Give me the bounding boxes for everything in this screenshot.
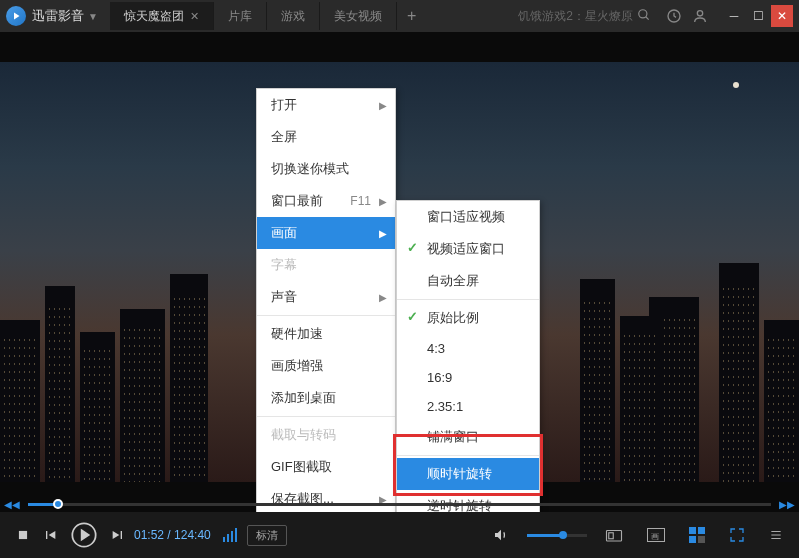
close-button[interactable]: ✕ (771, 5, 793, 27)
chevron-right-icon: ▶ (379, 292, 387, 303)
menu-toggle-button[interactable] (769, 528, 783, 542)
svg-point-0 (639, 9, 647, 17)
menu-capture-section: 截取与转码 (257, 419, 395, 451)
tab-games[interactable]: 游戏 (267, 2, 320, 30)
title-dropdown-icon[interactable]: ▼ (88, 11, 98, 22)
submenu-ratio-235-1[interactable]: 2.35:1 (397, 392, 539, 421)
progress-handle[interactable] (53, 499, 63, 509)
add-tab-button[interactable]: + (397, 7, 426, 25)
time-display: 01:52 / 124:40 (134, 528, 211, 542)
app-logo (6, 6, 26, 26)
maximize-button[interactable]: ☐ (747, 5, 769, 27)
play-button[interactable] (70, 521, 98, 549)
svg-rect-7 (609, 533, 614, 539)
playlist-button[interactable] (689, 527, 705, 543)
search-placeholder-text[interactable]: 饥饿游戏2：星火燎原 (518, 8, 633, 25)
controls-bar: 01:52 / 124:40 标清 画 (0, 512, 799, 558)
tab-videos[interactable]: 美女视频 (320, 2, 397, 30)
menu-fullscreen[interactable]: 全屏 (257, 121, 395, 153)
submenu-ratio-4-3[interactable]: 4:3 (397, 334, 539, 363)
submenu-rotate-cw[interactable]: 顺时针旋转 (397, 458, 539, 490)
quality-button[interactable]: 标清 (247, 525, 287, 546)
app-title: 迅雷影音 (32, 7, 84, 25)
svg-line-1 (646, 16, 649, 19)
progress-bar[interactable]: ◀◀ ▶▶ (0, 496, 799, 512)
submenu-ratio-16-9[interactable]: 16:9 (397, 363, 539, 392)
menu-open[interactable]: 打开▶ (257, 89, 395, 121)
step-forward-icon[interactable]: ▶▶ (779, 499, 795, 510)
menu-always-on-top[interactable]: 窗口最前F11▶ (257, 185, 395, 217)
volume-handle[interactable] (559, 531, 567, 539)
submenu-original-ratio[interactable]: 原始比例 (397, 302, 539, 334)
aspect-button[interactable]: 画 (647, 528, 665, 542)
titlebar: 迅雷影音 ▼ 惊天魔盗团 ✕ 片库 游戏 美女视频 + 饥饿游戏2：星火燎原 ─… (0, 0, 799, 32)
tab-close-icon[interactable]: ✕ (190, 10, 199, 23)
submenu-video-fit-window[interactable]: 视频适应窗口 (397, 233, 539, 265)
step-back-icon[interactable]: ◀◀ (4, 499, 20, 510)
fullscreen-button[interactable] (729, 527, 745, 543)
menu-subtitle: 字幕 (257, 249, 395, 281)
chevron-right-icon: ▶ (379, 196, 387, 207)
prev-button[interactable] (42, 527, 58, 543)
signal-icon (223, 528, 237, 542)
next-button[interactable] (110, 527, 126, 543)
search-icon[interactable] (637, 8, 651, 25)
volume-slider[interactable] (527, 534, 587, 537)
tab-current-video[interactable]: 惊天魔盗团 ✕ (110, 2, 214, 30)
progress-track[interactable] (28, 503, 771, 506)
submenu-window-fit-video[interactable]: 窗口适应视频 (397, 201, 539, 233)
context-menu: 打开▶ 全屏 切换迷你模式 窗口最前F11▶ 画面▶ 字幕 声音▶ 硬件加速 画… (256, 88, 396, 558)
minimize-button[interactable]: ─ (723, 5, 745, 27)
menu-audio[interactable]: 声音▶ (257, 281, 395, 313)
volume-icon[interactable] (493, 527, 509, 543)
snapshot-button[interactable] (605, 527, 623, 543)
submenu-auto-fullscreen[interactable]: 自动全屏 (397, 265, 539, 297)
user-icon[interactable] (687, 3, 713, 29)
menu-add-desktop[interactable]: 添加到桌面 (257, 382, 395, 414)
history-icon[interactable] (661, 3, 687, 29)
svg-rect-4 (19, 531, 27, 539)
tab-library[interactable]: 片库 (214, 2, 267, 30)
menu-hardware-accel[interactable]: 硬件加速 (257, 318, 395, 350)
menu-gif-capture[interactable]: GIF图截取 (257, 451, 395, 483)
check-icon (405, 240, 419, 254)
menu-enhance[interactable]: 画质增强 (257, 350, 395, 382)
check-icon (405, 309, 419, 323)
chevron-right-icon: ▶ (379, 228, 387, 239)
stop-button[interactable] (16, 528, 30, 542)
chevron-right-icon: ▶ (379, 100, 387, 111)
submenu-fill-window[interactable]: 铺满窗口 (397, 421, 539, 453)
svg-point-3 (697, 11, 702, 16)
menu-mini-mode[interactable]: 切换迷你模式 (257, 153, 395, 185)
tab-label: 惊天魔盗团 (124, 8, 184, 25)
tab-row: 惊天魔盗团 ✕ 片库 游戏 美女视频 + (110, 0, 426, 32)
menu-picture[interactable]: 画面▶ (257, 217, 395, 249)
